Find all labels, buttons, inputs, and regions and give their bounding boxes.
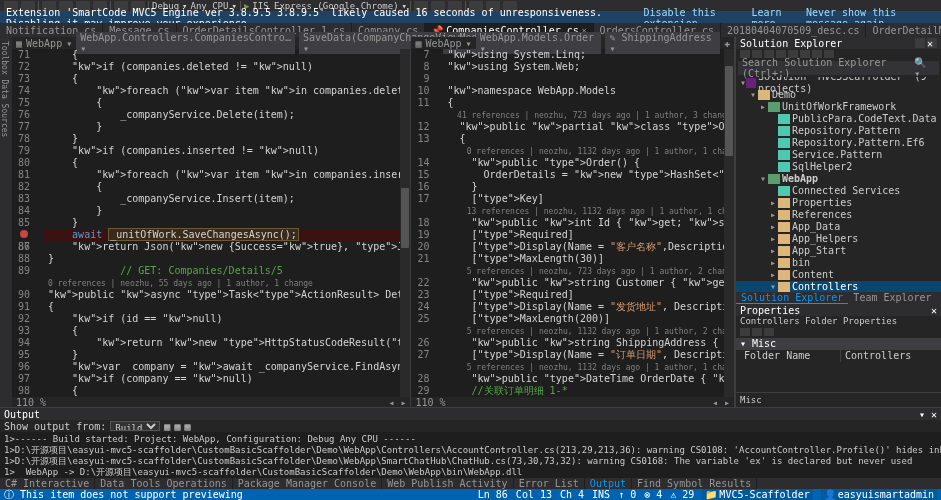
tree-node[interactable]: ▸UnitOfWorkFramework — [736, 101, 941, 113]
tree-node[interactable]: Repository.Pattern.Ef6 — [736, 137, 941, 149]
zoom-level[interactable]: 110 % — [415, 397, 445, 407]
status-errors[interactable]: ⊗ 4 — [644, 489, 662, 500]
close-icon[interactable]: ✕ — [931, 409, 937, 420]
code-line[interactable]: 0 references | neozhu, 1132 days ago | 1… — [443, 145, 734, 157]
status-warnings[interactable]: ⚠ 29 — [670, 489, 694, 500]
code-line[interactable]: ["type">Display(Name = "发货地址", Descripti… — [443, 301, 734, 313]
code-line[interactable]: "kw">if (companies.inserted != "kw">null… — [44, 145, 410, 157]
code-line[interactable]: { — [44, 385, 410, 397]
code-line[interactable]: "kw">using System.Linq; — [443, 49, 734, 61]
code-line[interactable]: } — [44, 205, 410, 217]
code-line[interactable]: ["type">Key] — [443, 193, 734, 205]
code-line[interactable]: ["type">Display(Name = "客户名称",Descriptio… — [443, 241, 734, 253]
code-line[interactable]: "kw">if (companies.deleted != "kw">null) — [44, 61, 410, 73]
output-tab[interactable]: Output — [585, 478, 632, 489]
code-line[interactable]: } — [44, 253, 410, 265]
code-line[interactable]: OrderDetails = "kw">new "type">HashSet<"… — [443, 169, 734, 181]
output-tab[interactable]: Web Publish Activity — [382, 478, 513, 489]
output-text[interactable]: 1>------ Build started: Project: WebApp,… — [0, 432, 941, 478]
editor-scrollbar[interactable] — [724, 49, 734, 397]
code-line[interactable]: } — [443, 181, 734, 193]
code-line[interactable]: } — [44, 133, 410, 145]
tree-node[interactable]: Repository.Pattern — [736, 125, 941, 137]
pin-icon[interactable]: ▾ — [919, 409, 925, 420]
status-char[interactable]: Ch 4 — [560, 489, 584, 500]
code-line[interactable]: "kw">return "kw">new "type">HttpStatusCo… — [44, 337, 410, 349]
code-line[interactable]: _companyService.Delete(item); — [44, 109, 410, 121]
code-line[interactable]: ["type">Display(Name = "订单日期", Descripti… — [443, 349, 734, 361]
code-line[interactable]: ["type">MaxLength(30)] — [443, 253, 734, 265]
tree-node[interactable]: ▸References — [736, 209, 941, 221]
property-row[interactable]: Folder Name Controllers — [736, 350, 941, 362]
code-line[interactable]: //关联订单明细 1-* — [443, 385, 734, 397]
document-tab[interactable]: OrderDetailMetadata.cs — [866, 23, 941, 37]
tree-node[interactable]: ▸Content — [736, 269, 941, 281]
solution-search-input[interactable]: Search Solution Explorer (Ctrl+;)🔍 ▾ — [738, 61, 939, 75]
code-line[interactable]: "kw">public "kw">string ShippingAddress … — [443, 337, 734, 349]
code-line[interactable]: 13 references | neozhu, 1132 days ago | … — [443, 205, 734, 217]
code-line[interactable]: "kw">public "type">DateTime OrderDate { … — [443, 373, 734, 385]
code-line[interactable]: "kw">return Json("kw">new {Success="kw">… — [44, 241, 410, 253]
code-line[interactable]: { — [44, 49, 410, 61]
code-line[interactable]: { — [44, 157, 410, 169]
output-tab[interactable]: Error List — [514, 478, 585, 489]
tree-node[interactable]: ▾Solution 'Mvc5Scaffolder' (9 projects) — [736, 77, 941, 89]
code-line[interactable]: "kw">if (id == "kw">null) — [44, 313, 410, 325]
close-icon[interactable]: ✕ — [927, 38, 937, 48]
status-ins[interactable]: INS — [592, 489, 610, 500]
solution-panel-tabs[interactable]: Solution Explorer Team Explorer — [736, 292, 941, 304]
code-line[interactable]: "kw">public "kw">partial "kw">class "typ… — [443, 121, 734, 133]
status-publish[interactable]: ↑ 0 — [618, 489, 636, 500]
code-line[interactable]: { — [44, 325, 410, 337]
status-branch[interactable]: MVC5-Scaffolder — [719, 489, 809, 500]
code-line[interactable]: "kw">public "kw">async "type">Task<"type… — [44, 289, 410, 301]
code-line[interactable]: { — [443, 97, 734, 109]
output-tab[interactable]: Package Manager Console — [233, 478, 382, 489]
code-line[interactable]: ["type">Required] — [443, 289, 734, 301]
code-line[interactable]: // GET: Companies/Details/5 — [44, 265, 410, 277]
side-toolbox[interactable]: Toolbox Data Sources — [0, 37, 12, 407]
code-line[interactable]: _companyService.Insert(item); — [44, 193, 410, 205]
code-line[interactable]: { — [44, 181, 410, 193]
code-line[interactable] — [443, 73, 734, 85]
code-line[interactable]: { — [44, 301, 410, 313]
code-line[interactable]: } — [44, 121, 410, 133]
code-line[interactable]: 5 references | neozhu, 1132 days ago | 1… — [443, 361, 734, 373]
tree-node[interactable]: PublicPara.CodeText.Data — [736, 113, 941, 125]
code-line[interactable]: ["type">Required] — [443, 229, 734, 241]
code-line[interactable]: "kw">namespace WebApp.Models — [443, 85, 734, 97]
tree-node[interactable]: ▸App_Helpers — [736, 233, 941, 245]
tree-node[interactable]: ▾WebApp — [736, 173, 941, 185]
code-line[interactable]: "kw">public "type">Order() { — [443, 157, 734, 169]
editor-breadcrumb-right[interactable]: ▦WebApp▾ WebApp.Models.Order ▾ ✎ Shippin… — [411, 37, 734, 49]
tree-node[interactable]: SqlHelper2 — [736, 161, 941, 173]
code-line[interactable]: 0 references | neozhu, 55 days ago | 1 a… — [44, 277, 410, 289]
tree-node[interactable]: Service.Pattern — [736, 149, 941, 161]
code-line[interactable]: } — [44, 349, 410, 361]
code-line[interactable]: { — [44, 73, 410, 85]
close-icon[interactable]: ✕ — [931, 305, 937, 316]
code-line[interactable]: ["type">MaxLength(200)] — [443, 313, 734, 325]
code-line[interactable]: await _unitOfWork.SaveChangesAsync(); — [44, 229, 410, 241]
zoom-level[interactable]: 110 % — [16, 397, 46, 407]
pin-icon[interactable] — [915, 38, 925, 48]
output-tab[interactable]: Find Symbol Results — [632, 478, 757, 489]
code-line[interactable]: 5 references | neozhu, 1132 days ago | 1… — [443, 325, 734, 337]
code-line[interactable]: 41 references | neozhu, 723 days ago | 1… — [443, 109, 734, 121]
code-line[interactable]: "kw">if (company == "kw">null) — [44, 373, 410, 385]
code-line[interactable]: { — [44, 97, 410, 109]
tree-node[interactable]: ▸bin — [736, 257, 941, 269]
tree-node[interactable]: ▸App_Data — [736, 221, 941, 233]
solution-tree[interactable]: ▾Solution 'Mvc5Scaffolder' (9 projects)▾… — [736, 77, 941, 292]
editor-breadcrumb-left[interactable]: ▦WebApp▾ WebApp.Controllers.CompaniesCon… — [12, 37, 410, 49]
code-line[interactable]: "kw">foreach ("kw">var item "kw">in comp… — [44, 169, 410, 181]
code-line[interactable]: "kw">public "kw">int Id { "kw">get; "kw"… — [443, 217, 734, 229]
output-toolbar-btn[interactable]: ▦ — [184, 421, 190, 432]
tree-node[interactable]: ▾Controllers — [736, 281, 941, 292]
code-line[interactable]: "kw">using System.Web; — [443, 61, 734, 73]
code-line[interactable]: { — [443, 133, 734, 145]
properties-category[interactable]: ▾ Misc — [736, 338, 941, 350]
code-line[interactable]: "kw">foreach ("kw">var item "kw">in comp… — [44, 85, 410, 97]
code-line[interactable]: 5 references | neozhu, 723 days ago | 1 … — [443, 265, 734, 277]
code-line[interactable]: "kw">public "kw">string Customer { "kw">… — [443, 277, 734, 289]
